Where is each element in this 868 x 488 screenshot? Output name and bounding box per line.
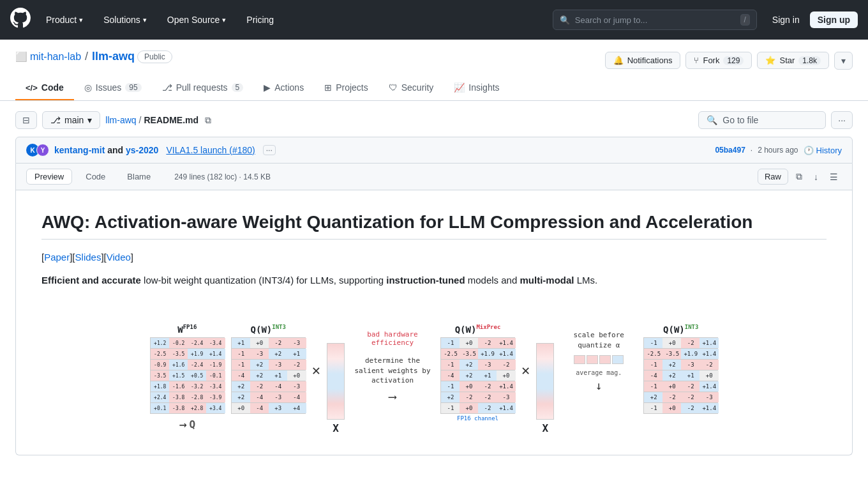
branch-chevron-icon: ▾ [87, 115, 92, 125]
author2-link[interactable]: ys-2020 [126, 145, 158, 155]
repo-owner-link[interactable]: mit-han-lab [30, 51, 81, 63]
history-label: History [816, 146, 842, 155]
commit-message-link[interactable]: VILA1.5 launch (#180) [166, 145, 255, 155]
w-fp16-matrix: +1.2-0.2-2.4-3.4 -2.5-3.5+1.9+1.4 -0.9+1… [150, 337, 225, 414]
list-view-button[interactable]: ☰ [826, 169, 842, 185]
branch-selector[interactable]: ⎇ main ▾ [42, 111, 100, 129]
tab-security[interactable]: 🛡 Security [378, 76, 444, 100]
intro-bold-instruction: instruction-tuned [386, 275, 465, 286]
repo-tabs: </> Code ◎ Issues 95 ⎇ Pull requests 5 ▶… [15, 76, 853, 100]
fork-icon: ⑂ [694, 56, 699, 65]
fork-count: 129 [723, 56, 744, 65]
markdown-body: AWQ: Activation-aware Weight Quantizatio… [15, 190, 853, 455]
diagram-section-w-fp16: WFP16 +1.2-0.2-2.4-3.4 -2.5-3.5+1.9+1.4 … [150, 324, 225, 432]
pullrequests-badge: 5 [232, 83, 244, 92]
go-to-file-input[interactable]: 🔍 Go to file [698, 111, 826, 129]
security-icon: 🛡 [389, 82, 398, 93]
projects-icon: ⊞ [324, 82, 332, 93]
scale-label: scale before quantize α [560, 330, 637, 350]
raw-button[interactable]: Raw [758, 169, 788, 185]
code-view-button[interactable]: Code [77, 169, 114, 185]
multiply-symbol-1: ✕ [312, 362, 320, 378]
intro-bold-start: Efficient and accurate [41, 275, 141, 286]
tab-actions[interactable]: ▶ Actions [253, 76, 314, 100]
avatar-2: Y [36, 144, 49, 156]
q-arrow-label: → [179, 416, 186, 432]
diagram-middle-section: bad hardware efficiency determine the sa… [351, 330, 434, 402]
tab-projects[interactable]: ⊞ Projects [314, 76, 378, 100]
down-arrow-icon: ↓ [595, 379, 602, 392]
star-icon: ⭐ [765, 56, 775, 65]
video-link[interactable]: Video [107, 252, 131, 263]
preview-button[interactable]: Preview [26, 169, 72, 185]
blame-button[interactable]: Blame [119, 169, 159, 185]
github-logo[interactable] [10, 8, 31, 33]
repo-name-link[interactable]: llm-awq [92, 50, 135, 63]
copy-content-button[interactable]: ⧉ [792, 169, 806, 185]
repo-separator: / [85, 50, 88, 63]
signup-button[interactable]: Sign up [810, 11, 858, 28]
commit-row: K Y kentang-mit and ys-2020 VILA1.5 laun… [15, 137, 853, 164]
multiply-symbol-2: ✕ [521, 362, 530, 378]
links-paragraph: [Paper][Slides][Video] [41, 250, 827, 265]
right-arrow-icon: ⟶ [389, 390, 396, 403]
product-chevron-icon: ▾ [79, 16, 83, 24]
search-icon: 🔍 [560, 15, 570, 25]
salient-weights-text: determine the salient weights by activat… [351, 356, 434, 385]
search-shortcut: / [740, 14, 750, 26]
search-bar[interactable]: 🔍 Search or jump to... / [553, 10, 757, 30]
solutions-chevron-icon: ▾ [143, 16, 147, 24]
opensource-chevron-icon: ▾ [222, 16, 226, 24]
nav-item-product[interactable]: Product ▾ [41, 12, 88, 27]
file-path-parent-link[interactable]: llm-awq [105, 115, 136, 125]
tab-pullrequests[interactable]: ⎇ Pull requests 5 [152, 76, 254, 100]
tab-code-label: Code [41, 82, 64, 93]
diagram-section-x-activation-2: X [536, 343, 554, 434]
star-button[interactable]: ⭐ Star 1.8k [757, 52, 829, 69]
bell-icon: 🔔 [613, 56, 624, 65]
paper-link[interactable]: Paper [44, 252, 70, 263]
copy-path-button[interactable]: ⧉ [201, 114, 215, 127]
nav-item-pricing[interactable]: Pricing [241, 12, 279, 27]
issues-icon: ◎ [84, 82, 92, 93]
commit-expand-button[interactable]: ··· [263, 145, 276, 155]
tab-issues-label: Issues [96, 82, 121, 93]
avg-mag-label: average mag. [576, 369, 622, 376]
diagram-section-x-activation-1: X [327, 343, 345, 434]
repo-type-icon: ⬜ [15, 51, 27, 63]
file-path-separator: / [139, 115, 142, 125]
file-content-header: Preview Code Blame 249 lines (182 loc) ·… [15, 164, 853, 190]
intro-bold-multimodal: multi-modal [520, 275, 574, 286]
tab-code[interactable]: </> Code [15, 76, 74, 100]
add-star-button[interactable]: ▾ [834, 52, 853, 70]
search-placeholder-text: Search or jump to... [575, 15, 647, 25]
q-label: Q [189, 418, 195, 431]
tab-insights[interactable]: 📈 Insights [444, 76, 509, 100]
download-button[interactable]: ↓ [810, 169, 822, 185]
tab-actions-label: Actions [274, 82, 304, 93]
history-button[interactable]: 🕐 History [804, 146, 842, 155]
file-path-current: README.md [144, 115, 198, 125]
slides-link[interactable]: Slides [75, 252, 101, 263]
history-clock-icon: 🕐 [804, 146, 814, 155]
notifications-button[interactable]: 🔔 Notifications [605, 52, 681, 69]
diagram-section-qw-int3-final: Q(W)INT3 -1+0-2+1.4 -2.5-3.5+1.9+1.4 -1+… [643, 324, 718, 414]
sidebar-toggle-button[interactable]: ⊟ [15, 111, 37, 129]
file-stats: 249 lines (182 loc) · 14.5 KB [174, 172, 271, 181]
commit-hash: 05ba497 [715, 146, 745, 155]
issues-badge: 95 [125, 83, 141, 92]
file-path: llm-awq / README.md ⧉ [105, 114, 215, 127]
nav-item-solutions[interactable]: Solutions ▾ [98, 12, 152, 27]
fork-button[interactable]: ⑂ Fork 129 [685, 52, 752, 69]
actions-icon: ▶ [264, 82, 271, 93]
more-options-button[interactable]: ··· [831, 111, 853, 129]
insights-icon: 📈 [454, 82, 465, 93]
repo-actions: 🔔 Notifications ⑂ Fork 129 ⭐ Star 1.8k ▾ [605, 52, 853, 70]
tab-issues[interactable]: ◎ Issues 95 [74, 76, 152, 100]
diagram-scale-section: scale before quantize α average mag. ↓ [560, 330, 637, 392]
signin-button[interactable]: Sign in [767, 12, 805, 27]
author1-link[interactable]: kentang-mit [54, 145, 105, 155]
tab-pullrequests-label: Pull requests [176, 82, 228, 93]
nav-item-opensource[interactable]: Open Source ▾ [162, 12, 232, 27]
qw-int3-matrix: +1+0-2-3 -1-3+2+1 -1+2-3-2 -4+2+1+0 +2-2… [231, 337, 306, 414]
